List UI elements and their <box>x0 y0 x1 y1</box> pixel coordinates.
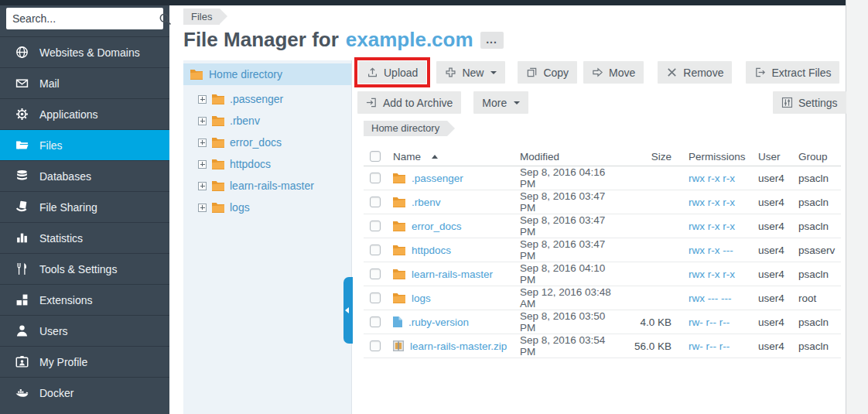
upload-button[interactable]: Upload <box>358 61 426 84</box>
mail-icon <box>15 77 29 90</box>
sidebar-item-docker[interactable]: Docker <box>0 377 169 408</box>
expand-icon[interactable] <box>198 117 207 125</box>
sidebar-item-websites-domains[interactable]: Websites & Domains <box>0 36 169 67</box>
sidebar-item-files[interactable]: Files <box>0 129 169 160</box>
chevron-down-icon <box>514 101 520 104</box>
permissions-link[interactable]: rwx r-x r-x <box>689 269 735 280</box>
sidebar-item-label: Files <box>39 139 63 152</box>
sort-ascending-icon <box>432 155 438 159</box>
modified-cell: Sep 8, 2016 03:47 PM <box>520 238 619 262</box>
breadcrumb-files[interactable]: Files <box>183 9 220 25</box>
permissions-link[interactable]: rwx r-x --- <box>689 245 733 256</box>
folder-icon <box>190 69 203 80</box>
upload-label: Upload <box>384 67 418 79</box>
column-header-name[interactable]: Name <box>393 151 520 163</box>
sidebar-item-my-profile[interactable]: My Profile <box>0 346 169 377</box>
copy-button[interactable]: Copy <box>518 61 577 84</box>
modified-cell: Sep 8, 2016 04:10 PM <box>520 262 619 286</box>
sidebar: Websites & Domains Mail Applications Fil… <box>0 5 169 414</box>
row-checkbox[interactable] <box>370 340 381 351</box>
sidebar-item-users[interactable]: Users <box>0 315 169 346</box>
file-name-link[interactable]: .passenger <box>412 173 463 184</box>
tree-collapse-handle[interactable] <box>343 277 353 344</box>
gear-icon <box>15 108 29 121</box>
settings-button[interactable]: Settings <box>773 91 846 114</box>
expand-icon[interactable] <box>198 139 207 147</box>
row-checkbox[interactable] <box>370 293 381 303</box>
permissions-link[interactable]: rw- r-- r-- <box>689 316 730 328</box>
sidebar-item-statistics[interactable]: Statistics <box>0 222 169 253</box>
column-header-permissions[interactable]: Permissions <box>675 151 758 163</box>
permissions-link[interactable]: rwx r-x r-x <box>689 173 735 184</box>
tree-item-label: .passenger <box>230 93 283 105</box>
docker-icon <box>15 386 29 399</box>
file-name-link[interactable]: .ruby-version <box>408 316 469 328</box>
group-cell: psacln <box>798 316 841 328</box>
column-header-size[interactable]: Size <box>619 151 675 163</box>
extract-files-label: Extract Files <box>771 67 831 79</box>
tree-item-home-directory[interactable]: Home directory <box>183 63 351 85</box>
tree-item-passenger[interactable]: .passenger <box>183 88 351 110</box>
row-checkbox[interactable] <box>370 316 381 327</box>
row-checkbox[interactable] <box>370 221 381 231</box>
file-name-link[interactable]: .rbenv <box>412 197 441 208</box>
file-name-link[interactable]: httpdocs <box>412 245 451 256</box>
tree-item-error-docs[interactable]: error_docs <box>183 132 351 153</box>
column-header-group[interactable]: Group <box>798 151 841 163</box>
title-more-button[interactable]: ... <box>480 32 504 49</box>
add-to-archive-button[interactable]: Add to Archive <box>357 91 461 114</box>
file-name-link[interactable]: logs <box>412 293 431 304</box>
toolbar-row-2: Add to Archive More <box>357 91 528 114</box>
table-row: logs Sep 12, 2016 03:48 AM rwx --- --- u… <box>364 286 841 310</box>
remove-button[interactable]: Remove <box>658 61 732 84</box>
file-name-link[interactable]: error_docs <box>412 221 462 232</box>
permissions-link[interactable]: rwx --- --- <box>689 293 731 304</box>
row-checkbox[interactable] <box>370 197 381 207</box>
toolbar-row-1: Upload New Copy Move Remove Extract File… <box>354 57 839 87</box>
expand-icon[interactable] <box>198 95 207 104</box>
tree-item-rbenv[interactable]: .rbenv <box>183 110 351 132</box>
expand-icon[interactable] <box>198 160 207 169</box>
group-cell: psacln <box>798 173 841 184</box>
sidebar-item-databases[interactable]: Databases <box>0 160 169 191</box>
extract-files-button[interactable]: Extract Files <box>746 61 839 84</box>
column-header-user[interactable]: User <box>758 151 798 163</box>
sidebar-item-extensions[interactable]: Extensions <box>0 284 169 315</box>
domain-link[interactable]: example.com <box>346 28 473 52</box>
page-title-text: File Manager for <box>183 28 339 52</box>
more-button[interactable]: More <box>473 91 528 114</box>
sidebar-nav: Websites & Domains Mail Applications Fil… <box>0 36 169 408</box>
file-name-link[interactable]: learn-rails-master.zip <box>410 340 507 352</box>
permissions-link[interactable]: rwx r-x r-x <box>689 197 735 208</box>
permissions-link[interactable]: rwx r-x r-x <box>689 221 735 232</box>
settings-label: Settings <box>798 97 838 109</box>
row-checkbox[interactable] <box>370 269 381 279</box>
tree-item-learn-rails-master[interactable]: learn-rails-master <box>183 175 351 197</box>
column-header-modified[interactable]: Modified <box>520 151 619 163</box>
row-checkbox[interactable] <box>370 245 381 255</box>
sidebar-item-mail[interactable]: Mail <box>0 67 169 98</box>
sidebar-item-applications[interactable]: Applications <box>0 98 169 129</box>
expand-icon[interactable] <box>198 182 207 190</box>
magnifier-icon[interactable] <box>159 12 172 26</box>
tree-item-logs[interactable]: logs <box>183 197 351 218</box>
new-label: New <box>462 67 484 79</box>
search-input[interactable] <box>6 12 159 25</box>
user-cell: user4 <box>758 316 798 328</box>
tree-item-label: error_docs <box>230 136 282 149</box>
sidebar-item-tools-settings[interactable]: Tools & Settings <box>0 253 169 284</box>
select-all-checkbox[interactable] <box>370 151 381 162</box>
move-button[interactable]: Move <box>583 61 644 84</box>
folder-icon <box>393 221 405 231</box>
user-cell: user4 <box>758 197 798 208</box>
expand-icon[interactable] <box>198 204 207 212</box>
breadcrumb-home-directory[interactable]: Home directory <box>364 121 447 136</box>
new-button[interactable]: New <box>436 61 505 84</box>
tree-item-httpdocs[interactable]: httpdocs <box>183 153 351 175</box>
folder-icon <box>212 180 224 191</box>
group-cell: psaserv <box>798 245 841 256</box>
sidebar-item-file-sharing[interactable]: File Sharing <box>0 191 169 222</box>
file-name-link[interactable]: learn-rails-master <box>412 269 493 280</box>
permissions-link[interactable]: rw- r-- r-- <box>689 340 730 352</box>
row-checkbox[interactable] <box>370 173 381 183</box>
